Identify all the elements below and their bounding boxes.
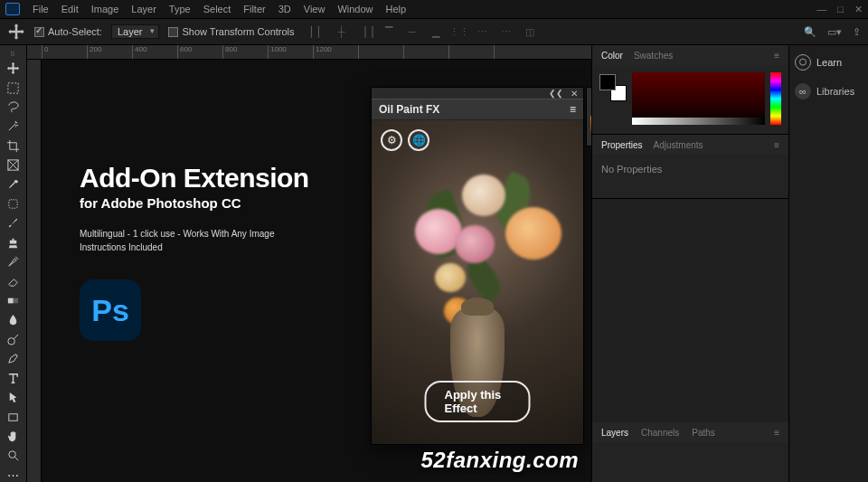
layers-panel-menu-icon[interactable]: ≡ — [774, 428, 779, 438]
pen-tool-icon[interactable] — [5, 352, 23, 365]
plugin-icon-strip: ◉ — [586, 87, 591, 146]
extension-menu-icon[interactable]: ≡ — [570, 103, 576, 116]
show-transform-controls-checkbox[interactable]: Show Transform Controls — [168, 26, 294, 38]
toolbar-grip-icon[interactable]: ⠿ — [3, 51, 24, 54]
document-canvas-area: 020040060080010001200 Add-On Extension f… — [27, 45, 591, 482]
tab-color[interactable]: Color — [601, 51, 623, 61]
eyedropper-tool-icon[interactable] — [5, 177, 23, 191]
tab-properties[interactable]: Properties — [601, 140, 643, 150]
svg-rect-0 — [8, 82, 18, 92]
menu-edit[interactable]: Edit — [61, 4, 79, 14]
history-brush-tool-icon[interactable] — [5, 255, 23, 269]
distribute-v-icon[interactable]: ⋯ — [476, 24, 490, 39]
workspace-switcher-icon[interactable]: ▭▾ — [827, 26, 842, 38]
menu-window[interactable]: Window — [337, 4, 373, 14]
properties-panel: Properties Adjustments ≡ No Properties — [592, 135, 788, 199]
align-middle-v-icon[interactable]: ─ — [405, 24, 420, 39]
menu-filter[interactable]: Filter — [243, 4, 265, 14]
horizontal-ruler[interactable]: 020040060080010001200 — [27, 45, 591, 60]
move-tool-indicator-icon — [7, 23, 25, 41]
maximize-icon[interactable]: □ — [837, 4, 844, 15]
align-bottom-icon[interactable]: ▁ — [429, 24, 443, 39]
menu-image[interactable]: Image — [91, 4, 119, 14]
dodge-tool-icon[interactable] — [5, 333, 23, 346]
collapsed-side-panels: Learn ∞ Libraries — [788, 45, 868, 482]
align-right-icon[interactable]: ▕▕ — [358, 24, 373, 39]
application-menubar: File Edit Image Layer Type Select Filter… — [0, 0, 868, 18]
extension-panel-header[interactable]: ❮❮ ✕ — [372, 88, 583, 99]
menu-select[interactable]: Select — [203, 4, 231, 14]
app-logo-icon — [5, 3, 20, 15]
move-tool-icon[interactable] — [5, 61, 23, 75]
clone-stamp-tool-icon[interactable] — [5, 236, 23, 250]
marquee-tool-icon[interactable] — [5, 80, 23, 94]
distribute-h-icon[interactable]: ⋮⋮ — [452, 24, 467, 39]
color-panel-menu-icon[interactable]: ≡ — [774, 51, 779, 61]
extension-settings-icon[interactable]: ⚙ — [381, 129, 402, 151]
extension-preview: ⚙ 🌐 Apply this Effect — [372, 120, 583, 444]
brush-tool-icon[interactable] — [5, 216, 23, 230]
foreground-background-swatch[interactable] — [599, 74, 627, 101]
toolbar-more-icon[interactable]: ⋯ — [5, 468, 23, 482]
tab-layers[interactable]: Layers — [601, 428, 628, 438]
tab-paths[interactable]: Paths — [692, 428, 715, 438]
properties-panel-menu-icon[interactable]: ≡ — [774, 140, 779, 150]
tab-channels[interactable]: Channels — [641, 428, 679, 438]
rectangle-tool-icon[interactable] — [5, 410, 23, 423]
layers-panel: Layers Channels Paths ≡ — [592, 422, 788, 482]
menu-type[interactable]: Type — [169, 4, 191, 14]
crop-tool-icon[interactable] — [5, 139, 23, 153]
close-icon[interactable]: ✕ — [854, 4, 863, 15]
no-properties-label: No Properties — [601, 164, 662, 175]
lasso-tool-icon[interactable] — [5, 100, 23, 114]
menu-file[interactable]: File — [33, 4, 49, 14]
apply-effect-button[interactable]: Apply this Effect — [425, 381, 531, 422]
learn-icon — [795, 54, 811, 71]
extension-web-icon[interactable]: 🌐 — [408, 129, 429, 151]
frame-tool-icon[interactable] — [5, 158, 23, 172]
3d-mode-icon[interactable]: ◫ — [523, 24, 537, 39]
align-left-icon[interactable]: ▏▏ — [311, 24, 326, 39]
promo-line2: Instructions Included — [80, 242, 163, 252]
gradient-tool-icon[interactable] — [5, 294, 23, 307]
type-tool-icon[interactable] — [5, 372, 23, 385]
minimize-icon[interactable]: — — [816, 4, 826, 15]
menu-help[interactable]: Help — [386, 4, 407, 14]
auto-select-target-dropdown[interactable]: Layer — [111, 24, 160, 39]
share-icon[interactable]: ⇪ — [853, 26, 861, 38]
align-center-h-icon[interactable]: ┼ — [335, 24, 349, 39]
libraries-panel-button[interactable]: ∞ Libraries — [795, 83, 863, 99]
menu-3d[interactable]: 3D — [278, 4, 291, 14]
align-top-icon[interactable]: ▔ — [382, 24, 396, 39]
alignment-icons-group: ▏▏ ┼ ▕▕ ▔ ─ ▁ ⋮⋮ ⋯ ⋯ ◫ — [311, 24, 537, 39]
path-selection-tool-icon[interactable] — [5, 391, 23, 404]
hand-tool-icon[interactable] — [5, 430, 23, 443]
vertical-ruler[interactable] — [27, 60, 42, 482]
window-controls: — □ ✕ — [816, 4, 863, 15]
menu-layer[interactable]: Layer — [131, 4, 156, 14]
tool-options-bar: Auto-Select: Layer Show Transform Contro… — [0, 18, 868, 45]
auto-select-checkbox[interactable]: Auto-Select: — [34, 26, 102, 38]
healing-brush-tool-icon[interactable] — [5, 197, 23, 211]
eraser-tool-icon[interactable] — [5, 274, 23, 288]
tab-swatches[interactable]: Swatches — [634, 51, 673, 61]
menu-view[interactable]: View — [304, 4, 326, 14]
panel-close-icon[interactable]: ✕ — [571, 89, 578, 99]
svg-point-7 — [9, 451, 16, 458]
more-align-icon[interactable]: ⋯ — [499, 24, 514, 39]
search-icon[interactable]: 🔍 — [804, 26, 816, 38]
hue-strip[interactable] — [770, 72, 781, 125]
blur-tool-icon[interactable] — [5, 313, 23, 326]
extension-panel: ❮❮ ✕ Oil Paint FX ≡ — [371, 87, 584, 445]
promo-title: Add-On Extension — [80, 163, 309, 194]
right-panel-column: Color Swatches ≡ Properties Adjustments — [591, 45, 868, 482]
learn-panel-button[interactable]: Learn — [795, 54, 863, 71]
color-ramp[interactable] — [632, 72, 765, 125]
panel-collapse-icon[interactable]: ❮❮ — [549, 89, 563, 98]
tab-adjustments[interactable]: Adjustments — [654, 140, 703, 150]
zoom-tool-icon[interactable] — [5, 449, 23, 462]
magic-wand-tool-icon[interactable] — [5, 119, 23, 133]
fx-plugin-icon[interactable]: ◉ — [590, 115, 591, 133]
svg-rect-4 — [8, 298, 14, 304]
promo-subtitle: for Adobe Photoshop CC — [80, 195, 309, 211]
